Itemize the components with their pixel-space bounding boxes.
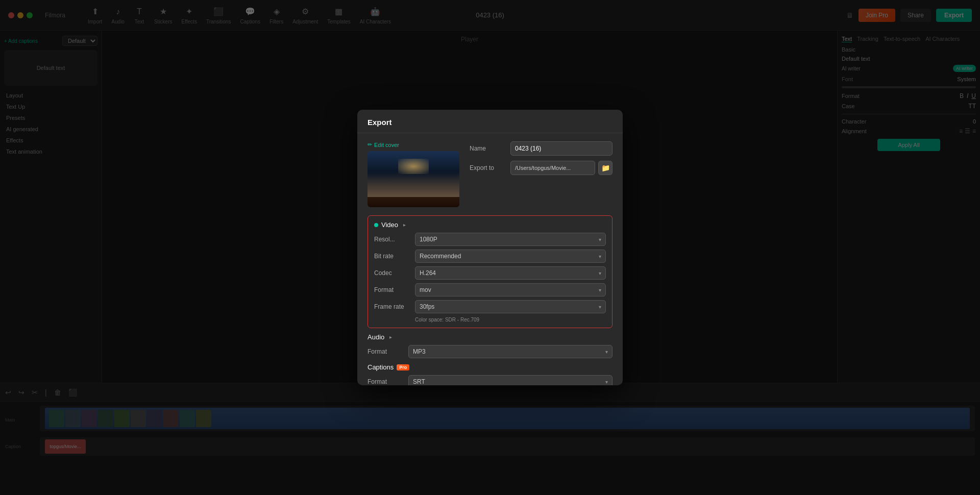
- video-section-title: Video: [381, 221, 398, 229]
- format-label: Format: [374, 286, 415, 293]
- bit-rate-value: Recommended: [420, 253, 461, 260]
- export-scroll-body: Video ▸ Resol... 1080P ▾ Bit rate Recomm…: [357, 215, 623, 385]
- resolution-label: Resol...: [374, 236, 415, 243]
- frame-rate-row: Frame rate 30fps ▾: [374, 300, 606, 313]
- modal-overlay: Export ✏ Edit cover Name: [0, 0, 980, 495]
- video-section: Video ▸ Resol... 1080P ▾ Bit rate Recomm…: [368, 215, 612, 328]
- codec-label: Codec: [374, 269, 415, 277]
- audio-title-row: Audio ▸: [368, 333, 612, 341]
- audio-section-title: Audio: [368, 333, 384, 341]
- bit-rate-arrow: ▾: [599, 254, 601, 259]
- audio-expand-icon[interactable]: ▸: [389, 334, 392, 340]
- video-expand-icon[interactable]: ▸: [403, 222, 406, 228]
- video-section-title-row: Video ▸: [374, 221, 606, 229]
- bit-rate-row: Bit rate Recommended ▾: [374, 250, 606, 263]
- export-thumbnail: [368, 151, 459, 207]
- captions-format-row: Format SRT ▾: [368, 375, 612, 385]
- format-arrow: ▾: [599, 287, 601, 293]
- name-input[interactable]: [510, 141, 612, 156]
- captions-format-value: SRT: [413, 378, 425, 385]
- video-dot: [374, 223, 378, 227]
- audio-format-select[interactable]: MP3 ▾: [408, 345, 612, 358]
- export-name-row: Name: [470, 141, 612, 156]
- resolution-select[interactable]: 1080P ▾: [415, 233, 606, 246]
- folder-icon: 📁: [601, 164, 610, 172]
- audio-format-row: Format MP3 ▾: [368, 345, 612, 358]
- folder-button[interactable]: 📁: [598, 161, 612, 175]
- export-path-input[interactable]: [510, 161, 595, 175]
- name-label: Name: [470, 145, 510, 152]
- format-value: mov: [420, 286, 431, 293]
- frame-rate-select[interactable]: 30fps ▾: [415, 300, 606, 313]
- pro-badge: Pro: [397, 364, 409, 370]
- codec-select[interactable]: H.264 ▾: [415, 266, 606, 280]
- audio-format-arrow: ▾: [605, 349, 608, 355]
- resolution-row: Resol... 1080P ▾: [374, 233, 606, 246]
- export-preview: ✏ Edit cover: [368, 141, 459, 207]
- audio-format-value: MP3: [413, 348, 426, 355]
- export-dialog: Export ✏ Edit cover Name: [357, 110, 623, 385]
- export-dialog-body: ✏ Edit cover Name Export to: [357, 133, 623, 215]
- bit-rate-select[interactable]: Recommended ▾: [415, 250, 606, 263]
- resolution-value: 1080P: [420, 236, 437, 243]
- export-to-label: Export to: [470, 164, 510, 171]
- edit-cover-label[interactable]: ✏ Edit cover: [368, 141, 459, 148]
- format-row: Format mov ▾: [374, 283, 606, 296]
- codec-row: Codec H.264 ▾: [374, 266, 606, 280]
- captions-section: Captions Pro Format SRT ▾: [368, 363, 612, 385]
- export-to-row: Export to 📁: [470, 161, 612, 175]
- codec-value: H.264: [420, 269, 436, 277]
- export-path-row: 📁: [510, 161, 612, 175]
- captions-title-row: Captions Pro: [368, 363, 612, 371]
- export-dialog-header: Export: [357, 110, 623, 133]
- captions-format-select[interactable]: SRT ▾: [408, 375, 612, 385]
- bit-rate-label: Bit rate: [374, 253, 415, 260]
- color-space-note: Color space: SDR - Rec.709: [415, 317, 606, 323]
- resolution-arrow: ▾: [599, 237, 601, 242]
- codec-arrow: ▾: [599, 270, 601, 276]
- export-settings: Name Export to 📁: [470, 141, 612, 207]
- captions-section-title: Captions: [368, 363, 394, 371]
- audio-format-label: Format: [368, 348, 408, 355]
- cloud-overlay: [368, 171, 459, 197]
- format-select[interactable]: mov ▾: [415, 283, 606, 296]
- audio-section: Audio ▸ Format MP3 ▾: [368, 333, 612, 358]
- pencil-icon: ✏: [368, 141, 372, 148]
- frame-rate-value: 30fps: [420, 303, 434, 310]
- frame-rate-arrow: ▾: [599, 304, 601, 310]
- frame-rate-label: Frame rate: [374, 303, 415, 310]
- captions-format-label: Format: [368, 378, 408, 385]
- captions-format-arrow: ▾: [605, 379, 608, 385]
